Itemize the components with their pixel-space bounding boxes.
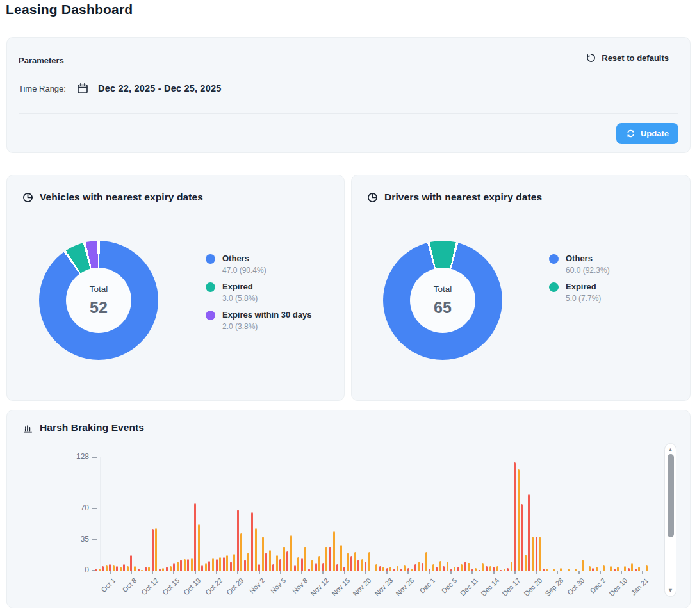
chart-scrollbar[interactable]: ▲ ▼ [664, 443, 676, 597]
legend-swatch [206, 254, 215, 264]
bar-orange [148, 567, 150, 571]
legend-swatch [206, 311, 215, 320]
bar-orange [539, 537, 541, 571]
legend-text: Expired5.0 (7.7%) [566, 282, 601, 303]
scrollbar-thumb[interactable] [668, 454, 674, 537]
x-tick [407, 571, 409, 574]
vehicles-donut-center: Total 52 [66, 268, 131, 333]
update-button[interactable]: Update [616, 123, 678, 144]
bar-orange [311, 560, 313, 571]
legend-item[interactable]: Expired5.0 (7.7%) [549, 282, 610, 303]
bar-orange [276, 555, 278, 571]
scrollbar-up-arrow[interactable]: ▲ [665, 446, 676, 453]
bar-orange [475, 568, 477, 571]
y-tick-label: 35 [63, 535, 89, 544]
legend-value: 3.0 (5.8%) [222, 294, 258, 303]
bar-red [272, 564, 274, 571]
bar-orange [184, 559, 186, 571]
x-tick [195, 571, 196, 574]
bar-red [507, 568, 509, 571]
legend-label: Expired [566, 282, 601, 292]
reset-icon [586, 53, 596, 63]
bar-red [614, 569, 616, 571]
bar-orange [390, 567, 391, 571]
x-tick [600, 571, 601, 574]
bar-red [237, 510, 239, 571]
bar-red [635, 569, 637, 571]
harsh-braking-chart: 03570128Oct 1Oct 8Oct 12Oct 15Oct 19Oct … [7, 410, 690, 608]
x-tick-label: Jan 21 [630, 576, 650, 597]
total-value: 65 [434, 298, 452, 317]
bar-red [152, 529, 154, 571]
bar-orange [212, 558, 214, 571]
time-range-picker[interactable]: Dec 22, 2025 - Dec 25, 2025 [76, 82, 221, 95]
bar-orange [638, 567, 640, 571]
bar-orange [333, 531, 335, 571]
bar-red [365, 562, 366, 571]
legend-text: Others47.0 (90.4%) [222, 254, 266, 275]
bar-orange [468, 563, 470, 571]
bar-red [95, 569, 97, 571]
legend-text: Expired3.0 (5.8%) [222, 282, 258, 303]
x-tick-label: Nov 12 [309, 576, 330, 597]
x-tick-label: Dec 14 [479, 576, 500, 597]
y-tick-label: 0 [63, 565, 89, 574]
x-tick-label: Oct 1 [100, 576, 117, 594]
bar-orange [240, 533, 242, 571]
reset-to-defaults-button[interactable]: Reset to defaults [586, 53, 669, 63]
bar-red [159, 569, 161, 571]
bar-red [628, 568, 630, 571]
bar-orange [518, 469, 520, 571]
bar-red [393, 569, 395, 571]
bar-red [536, 537, 537, 571]
legend-label: Expires within 30 days [222, 310, 311, 320]
bar-orange [425, 552, 427, 571]
y-tick-label: 70 [63, 503, 89, 512]
y-axis-line [100, 457, 101, 571]
legend-item[interactable]: Expired3.0 (5.8%) [206, 282, 311, 303]
legend-item[interactable]: Others60.0 (92.3%) [549, 254, 610, 275]
bar-red [336, 564, 338, 571]
reset-label: Reset to defaults [602, 53, 669, 63]
y-tick-dash [92, 508, 97, 509]
drivers-donut-chart: Total 65 [383, 241, 502, 360]
bar-red [514, 462, 516, 571]
x-tick [536, 571, 537, 574]
bar-orange [99, 569, 101, 571]
y-tick-dash [92, 539, 97, 540]
x-tick-label: Nov 26 [394, 576, 415, 597]
bar-orange [262, 537, 264, 571]
bar-orange [603, 565, 605, 571]
bar-red [400, 569, 402, 571]
bar-red [486, 566, 488, 571]
refresh-icon [626, 129, 636, 138]
bar-red [201, 565, 203, 571]
bar-orange [233, 554, 235, 571]
bar-orange [141, 570, 143, 571]
x-tick [322, 571, 324, 574]
bar-orange [134, 566, 136, 571]
legend-item[interactable]: Others47.0 (90.4%) [206, 254, 311, 275]
x-tick-label: Oct 12 [140, 576, 160, 596]
bar-red [329, 547, 331, 571]
bar-red [145, 567, 147, 571]
bar-orange [418, 562, 420, 571]
x-tick [301, 571, 302, 574]
x-tick-label: Dec 2 [589, 576, 607, 595]
parameters-title: Parameters [19, 56, 64, 65]
bar-red [357, 560, 359, 571]
scrollbar-down-arrow[interactable]: ▼ [665, 587, 676, 594]
bar-orange [461, 564, 463, 571]
x-tick-label: Nov 2 [248, 576, 266, 595]
legend-item[interactable]: Expires within 30 days2.0 (3.8%) [206, 310, 311, 331]
x-tick-label: Dec 1 [418, 576, 437, 595]
bar-orange [304, 547, 306, 571]
bar-red [116, 566, 118, 571]
bar-red [230, 562, 232, 571]
legend-label: Expired [222, 282, 258, 292]
bar-red [216, 559, 218, 571]
drivers-expiry-card: Drivers with nearest expiry dates Total … [351, 175, 691, 401]
bar-orange [532, 537, 534, 571]
bar-orange [120, 567, 122, 571]
bar-orange [646, 565, 648, 571]
